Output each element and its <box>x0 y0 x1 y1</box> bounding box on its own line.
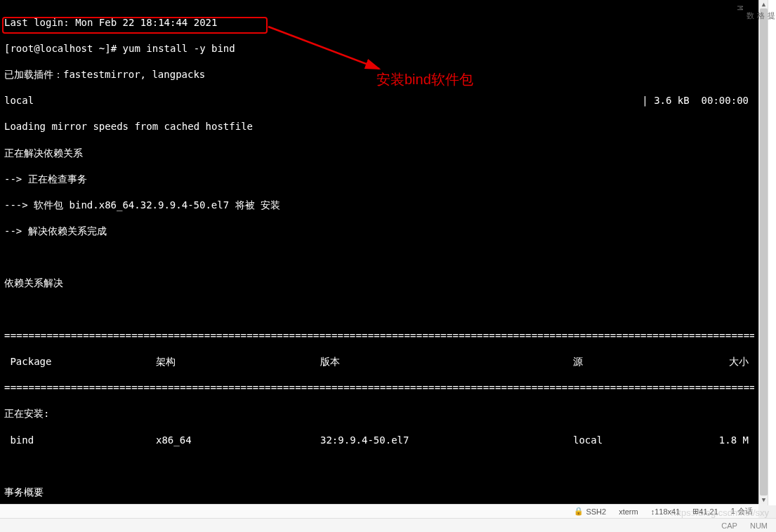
right-sidebar: 提 格 数 M <box>768 0 776 505</box>
sidebar-char: 提 <box>765 0 776 505</box>
cap-indicator: CAP <box>721 521 737 530</box>
repo-name: local <box>4 94 34 107</box>
lock-icon: 🔒 <box>574 507 584 516</box>
row-repo: local <box>573 434 712 447</box>
blank-line <box>4 460 754 473</box>
status-bar: 🔒SSH2 xterm ↕ 118x41 ⊞ 41,21 1 会话 <box>0 504 758 518</box>
header-repo: 源 <box>573 355 712 368</box>
row-version: 32:9.9.4-50.el7 <box>320 434 573 447</box>
num-indicator: NUM <box>750 521 768 530</box>
header-arch: 架构 <box>156 355 320 368</box>
sidebar-char: 数 <box>744 0 755 505</box>
dep-resolved-line: 依赖关系解决 <box>4 277 754 290</box>
row-package: bind <box>4 434 156 447</box>
repo-status-line: local| 3.6 kB 00:00:00 <box>4 94 754 107</box>
installing-label: 正在安装: <box>4 407 754 420</box>
status-size: ↕ 118x41 <box>651 507 680 516</box>
blank-line <box>4 303 754 317</box>
last-login-line: Last login: Mon Feb 22 18:14:44 2021 <box>4 16 754 29</box>
terminal-output[interactable]: Last login: Mon Feb 22 18:14:44 2021 [ro… <box>0 0 758 505</box>
prompt: [root@localhost ~]# <box>4 43 123 54</box>
header-version: 版本 <box>320 355 573 368</box>
sidebar-char: 格 <box>755 0 765 505</box>
dep-done-line: --> 解决依赖关系完成 <box>4 225 754 238</box>
blank-line <box>4 251 754 264</box>
yum-command: yum install -y bind <box>123 43 235 54</box>
status-pos: ⊞ 41,21 <box>692 507 718 516</box>
bottom-bar: CAP NUM <box>0 518 776 532</box>
header-package: Package <box>4 355 156 368</box>
summary-label: 事务概要 <box>4 486 754 499</box>
status-ssh: 🔒SSH2 <box>574 507 606 516</box>
pkg-install-line: ---> 软件包 bind.x86_64.32.9.9.4-50.el7 将被 … <box>4 199 754 212</box>
row-arch: x86_64 <box>156 434 320 447</box>
checking-line: --> 正在检查事务 <box>4 173 754 186</box>
table-header: Package架构版本源大小 <box>4 355 754 368</box>
status-term: xterm <box>619 507 638 516</box>
command-line: [root@localhost ~]# yum install -y bind <box>4 42 754 55</box>
table-row: bindx86_6432:9.9.4-50.el7local1.8 M <box>4 434 754 447</box>
mirror-line: Loading mirror speeds from cached hostfi… <box>4 120 754 133</box>
plugins-line: 已加载插件：fastestmirror, langpacks <box>4 68 754 81</box>
separator: ========================================… <box>4 329 754 343</box>
separator: ========================================… <box>4 381 754 394</box>
dep-resolving-line: 正在解决依赖关系 <box>4 147 754 160</box>
sidebar-char: M <box>735 0 744 505</box>
status-sessions: 1 会话 <box>731 506 753 517</box>
